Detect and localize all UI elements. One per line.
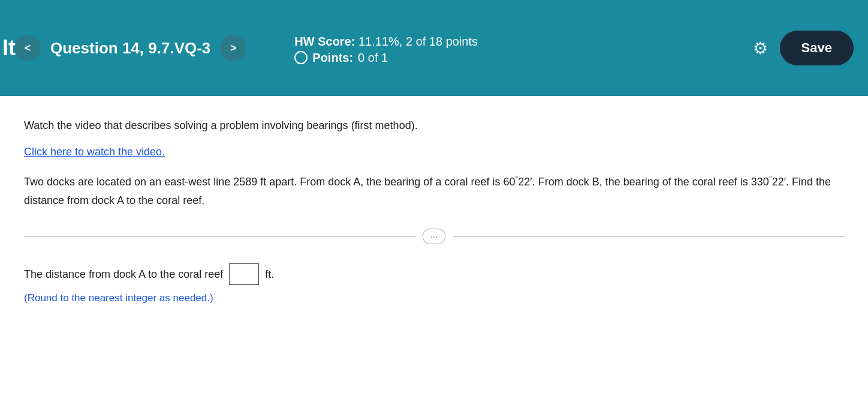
answer-prefix: The distance from dock A to the coral re… [24, 268, 223, 281]
header-right: ⚙ Save [753, 31, 854, 65]
points-row: Points: 0 of 1 [294, 51, 752, 65]
points-label: Points: [312, 51, 353, 65]
question-title: Question 14, 9.7.VQ-3 [50, 39, 210, 58]
video-link[interactable]: Click here to watch the video. [24, 146, 165, 158]
problem-text: Two docks are located on an east-west li… [24, 173, 844, 209]
header-left: < Question 14, 9.7.VQ-3 > [14, 35, 246, 61]
score-section: HW Score: 11.11%, 2 of 18 points Points:… [246, 32, 752, 65]
instruction-text: Watch the video that describes solving a… [24, 118, 844, 134]
problem-text-part2: 22′. From dock B, the bearing of the cor… [518, 176, 769, 188]
divider-dots[interactable]: ··· [423, 229, 445, 244]
answer-area: The distance from dock A to the coral re… [24, 263, 844, 285]
left-partial-text: It [0, 35, 16, 61]
save-button[interactable]: Save [780, 31, 854, 65]
hw-score-value: 11.11%, 2 of 18 points [358, 35, 478, 48]
answer-input-box[interactable] [229, 263, 259, 285]
divider: ··· [24, 229, 844, 244]
divider-line-right [453, 236, 844, 237]
points-circle-icon [294, 51, 308, 64]
content-area: Watch the video that describes solving a… [0, 96, 868, 328]
hw-score-row: HW Score: 11.11%, 2 of 18 points [294, 32, 752, 51]
round-note: (Round to the nearest integer as needed.… [24, 292, 844, 304]
answer-suffix: ft. [265, 268, 274, 281]
next-button[interactable]: > [220, 35, 246, 61]
prev-button[interactable]: < [14, 35, 41, 61]
header: It < Question 14, 9.7.VQ-3 > HW Score: 1… [0, 0, 868, 96]
divider-line-left [24, 236, 415, 237]
problem-text-part1: Two docks are located on an east-west li… [24, 176, 515, 188]
hw-score-label: HW Score: [294, 35, 355, 48]
points-value: 0 of 1 [358, 51, 388, 65]
settings-icon[interactable]: ⚙ [753, 38, 768, 58]
